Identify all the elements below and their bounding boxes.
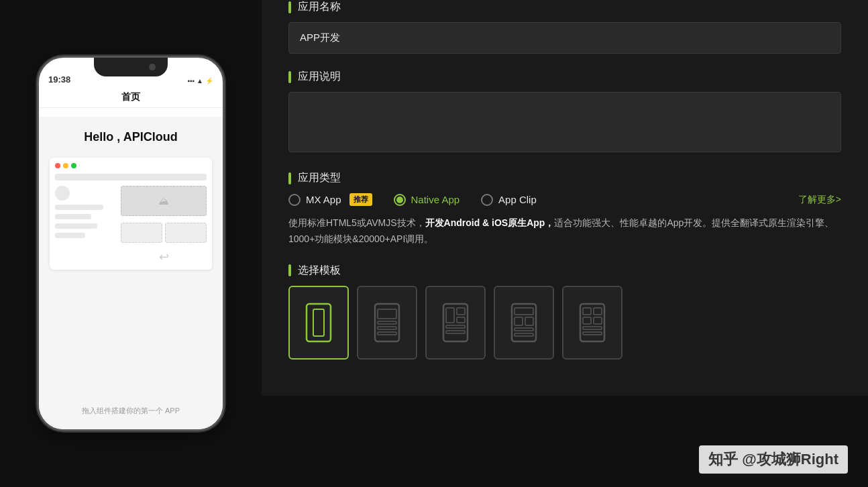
svg-rect-9 (457, 308, 465, 315)
desc-text-1: 使用标准HTML5或AVMJS技术， (288, 217, 425, 228)
dot-yellow (63, 163, 68, 168)
browser-mock: ⛰ ↩ (50, 158, 212, 270)
left-panel: 19:38 ▪▪▪ ▲ ⚡ 首页 Hello , APICloud (0, 0, 262, 487)
mx-app-badge: 推荐 (349, 193, 372, 206)
phone-title-bar: 首页 (39, 87, 223, 108)
template-icon-3 (441, 303, 470, 343)
template-item-4[interactable] (494, 286, 554, 360)
svg-rect-25 (583, 332, 602, 335)
arrow-icon: ↩ (121, 250, 207, 264)
section-app-name: 应用名称 (288, 0, 841, 54)
radio-mx-app[interactable]: MX App 推荐 (288, 193, 372, 206)
template-icon-1 (304, 303, 333, 343)
phone-footer: 拖入组件搭建你的第一个 APP (39, 406, 223, 416)
template-row (288, 286, 841, 360)
svg-rect-14 (514, 308, 533, 315)
svg-rect-8 (446, 308, 454, 323)
svg-rect-3 (378, 309, 396, 319)
section-app-description: 应用说明 (288, 70, 841, 155)
phone-status-icons: ▪▪▪ ▲ ⚡ (187, 77, 213, 85)
template-icon-4 (509, 303, 539, 343)
app-type-options: MX App 推荐 Native App App Clip 了解更多> (288, 193, 841, 206)
browser-dots (55, 163, 207, 168)
svg-rect-15 (514, 317, 523, 325)
phone-page-title: 首页 (121, 91, 140, 102)
radio-mx-outer (288, 194, 301, 206)
template-item-5[interactable] (562, 286, 622, 360)
svg-rect-5 (378, 327, 396, 329)
section-app-type: 应用类型 MX App 推荐 Native App (288, 171, 841, 248)
radio-native-outer (394, 194, 406, 206)
svg-rect-23 (594, 317, 602, 324)
template-item-2[interactable] (357, 286, 417, 360)
svg-rect-20 (583, 308, 591, 315)
phone-notch (94, 58, 168, 76)
watermark: 知乎 @攻城狮Right (699, 445, 848, 474)
wifi-icon: ▲ (197, 77, 203, 85)
app-type-description: 使用标准HTML5或AVMJS技术，开发Android & iOS原生App，适… (288, 215, 841, 248)
svg-rect-16 (525, 317, 533, 325)
dot-red (55, 163, 60, 168)
phone-hello-text: Hello , APICloud (50, 130, 212, 144)
svg-rect-4 (378, 321, 396, 324)
svg-rect-1 (313, 309, 324, 336)
desc-bold-1: 开发Android & iOS原生App， (425, 217, 555, 228)
radio-native-app[interactable]: Native App (394, 194, 460, 206)
mock-thumb-1 (121, 223, 162, 243)
select-template-label: 选择模板 (288, 264, 841, 278)
app-type-label: 应用类型 (288, 171, 841, 185)
battery-icon: ⚡ (205, 77, 213, 85)
dot-green (71, 163, 76, 168)
radio-native-label: Native App (411, 194, 460, 205)
mock-line-2 (55, 214, 91, 219)
phone-time: 19:38 (48, 74, 70, 85)
svg-rect-6 (378, 332, 396, 335)
radio-app-clip[interactable]: App Clip (481, 194, 537, 206)
radio-clip-outer (481, 194, 493, 206)
template-item-3[interactable] (425, 286, 486, 360)
browser-left (55, 186, 115, 264)
mock-line-3 (55, 223, 97, 229)
svg-rect-21 (594, 308, 602, 315)
phone-mockup: 19:38 ▪▪▪ ▲ ⚡ 首页 Hello , APICloud (37, 56, 225, 431)
mock-thumb-2 (165, 223, 207, 243)
template-icon-2 (372, 303, 402, 343)
svg-rect-24 (583, 327, 602, 329)
browser-right: ⛰ ↩ (121, 186, 207, 264)
mock-image: ⛰ (121, 186, 207, 216)
svg-rect-12 (446, 331, 465, 333)
phone-content: Hello , APICloud (39, 117, 223, 429)
image-icon: ⛰ (158, 195, 169, 207)
svg-rect-11 (446, 325, 465, 328)
radio-clip-label: App Clip (498, 194, 537, 205)
phone-camera (149, 64, 156, 70)
right-panel: 应用名称 应用说明 应用类型 MX App 推荐 (262, 0, 868, 396)
browser-content: ⛰ ↩ (55, 186, 207, 264)
svg-rect-18 (514, 333, 533, 336)
app-description-label: 应用说明 (288, 70, 841, 84)
radio-native-inner (396, 197, 403, 203)
app-name-input[interactable] (288, 22, 841, 54)
template-item-1[interactable] (288, 286, 349, 360)
radio-mx-label: MX App (306, 194, 341, 205)
mock-circle-1 (55, 186, 70, 201)
mock-line-4 (55, 233, 85, 238)
section-templates: 选择模板 (288, 264, 841, 360)
learn-more-link[interactable]: 了解更多> (798, 194, 841, 206)
svg-rect-10 (457, 317, 465, 323)
svg-rect-19 (580, 304, 604, 341)
app-description-textarea[interactable] (288, 92, 841, 152)
template-icon-5 (578, 303, 607, 343)
svg-rect-22 (583, 317, 591, 324)
mock-line-1 (55, 205, 103, 210)
app-name-label: 应用名称 (288, 0, 841, 14)
signal-icon: ▪▪▪ (187, 77, 195, 85)
svg-rect-17 (514, 328, 533, 331)
